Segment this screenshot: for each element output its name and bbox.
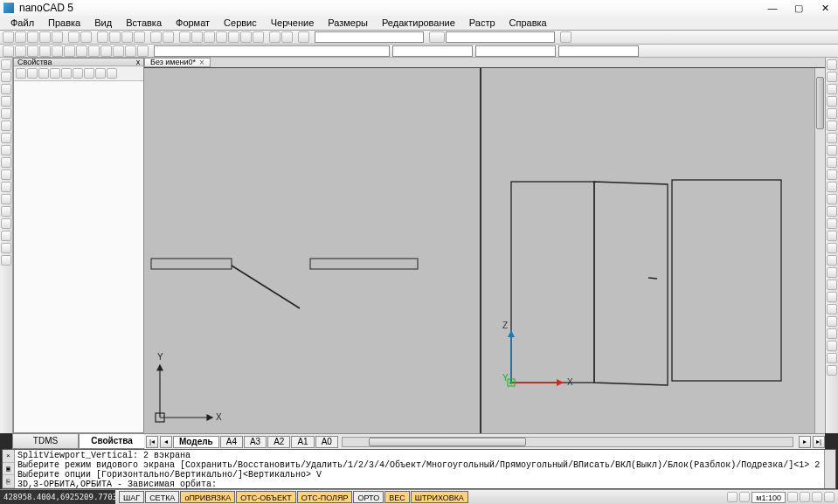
search-input[interactable] [315,31,424,43]
refresh-icon[interactable] [191,31,203,43]
tab-a1[interactable]: A1 [291,436,314,448]
horizontal-scrollbar[interactable] [342,437,793,447]
polygon-icon[interactable] [1,121,11,131]
toggle-ots-polar[interactable]: ОТС-ПОЛЯР [297,491,353,503]
model-icon[interactable] [727,492,738,502]
doc-tab-close-icon[interactable]: × [199,59,204,66]
undo-icon[interactable] [150,31,162,43]
fillet-icon[interactable] [827,231,837,241]
mod-10-icon[interactable] [827,365,837,376]
menu-file[interactable]: Файл [3,17,41,28]
open-icon[interactable] [15,31,26,43]
mod-4-icon[interactable] [827,292,837,302]
erase-icon[interactable] [827,59,837,70]
layer-merge-icon[interactable] [88,45,100,57]
mod-1-icon[interactable] [827,255,837,266]
point-icon[interactable] [1,169,11,180]
layer-dropdown-icon[interactable] [429,31,445,43]
menu-format[interactable]: Формат [169,17,217,28]
layer-off-icon[interactable] [52,45,63,57]
ellipse-icon[interactable] [1,133,11,143]
mirror-icon[interactable] [827,84,837,94]
cmd-close-icon[interactable]: × [3,450,14,463]
layout-last-icon[interactable]: ▸| [813,436,825,448]
mod-6-icon[interactable] [827,316,837,327]
zoom-extents-icon[interactable] [216,31,227,43]
run-icon[interactable] [560,31,571,43]
mod-9-icon[interactable] [827,353,837,363]
menu-help[interactable]: Справка [502,17,554,28]
layout-prev-icon[interactable]: ◂ [160,436,172,448]
prop-btn-9-icon[interactable] [107,68,117,79]
browse-icon[interactable] [27,31,38,43]
table-icon[interactable] [1,243,11,253]
layer-state-icon[interactable] [27,45,38,57]
prop-btn-7-icon[interactable] [84,68,94,79]
layer-combo-3[interactable] [475,45,556,57]
viewport-splitter[interactable] [480,68,481,433]
lock-icon[interactable] [739,492,750,502]
toggle-oprivyazka[interactable]: оПРИВЯЗКА [180,491,235,503]
preview-icon[interactable] [68,31,80,43]
menu-modify[interactable]: Редактирование [375,17,462,28]
region-icon[interactable] [1,231,11,241]
toggle-shag[interactable]: ШАГ [119,491,144,503]
pan-icon[interactable] [253,31,264,43]
stretch-icon[interactable] [827,157,837,168]
tab-a3[interactable]: A3 [244,436,267,448]
arc-icon[interactable] [1,96,11,107]
zoom-e-icon[interactable] [787,492,798,502]
new-icon[interactable] [3,31,14,43]
layer-filter-icon[interactable] [15,45,26,57]
close-button[interactable]: ✕ [812,0,838,16]
layer-iso-icon[interactable] [76,45,87,57]
layer-prop-icon[interactable] [3,45,14,57]
zoom-p-icon[interactable] [800,492,810,502]
prop-btn-1-icon[interactable] [16,68,26,79]
properties-close-icon[interactable]: x [133,59,143,66]
array-icon[interactable] [827,108,837,119]
block-icon[interactable] [1,206,11,217]
hscroll-thumb[interactable] [369,438,526,446]
tab-tdms[interactable]: TDMS [12,433,79,449]
mod-5-icon[interactable] [827,304,837,314]
layer-walk-icon[interactable] [125,45,136,57]
properties-header[interactable]: Свойства x [14,59,143,66]
explode-icon[interactable] [827,243,837,253]
vertical-scrollbar[interactable] [814,68,825,433]
maximize-button[interactable]: ▢ [786,0,812,16]
layout-next-icon[interactable]: ▸ [799,436,811,448]
mline-icon[interactable] [1,218,11,229]
scale-readout[interactable]: м1:100 [751,492,786,503]
layer-lock-icon[interactable] [64,45,75,57]
mod-2-icon[interactable] [827,267,837,278]
polyline-icon[interactable] [1,72,11,82]
mod-7-icon[interactable] [827,328,837,339]
toggle-1-icon[interactable] [281,31,293,43]
command-window[interactable]: × ▣ ⎘ SplitViewport_Vertical: 2 вэкрана … [2,449,836,489]
tab-model[interactable]: Модель [173,436,219,448]
spline-icon[interactable] [1,145,11,155]
minimize-button[interactable]: — [759,0,786,16]
menu-view[interactable]: Вид [87,17,119,28]
paste-special-icon[interactable] [134,31,145,43]
layer-match-icon[interactable] [113,45,124,57]
prop-btn-5-icon[interactable] [61,68,72,79]
layer-input[interactable] [446,31,555,43]
zoom-window-icon[interactable] [204,31,215,43]
fit-icon[interactable] [824,492,835,502]
doc-tab-unnamed[interactable]: Без имени0* × [144,58,211,67]
layer-combo-2[interactable] [392,45,473,57]
viewport-left[interactable]: X Y [144,68,480,433]
prop-btn-2-icon[interactable] [27,68,38,79]
extend-icon[interactable] [827,182,837,192]
text-icon[interactable] [1,255,11,266]
viewport-right[interactable]: X Z Y [480,68,815,433]
layer-freeze-icon[interactable] [39,45,51,57]
mod-3-icon[interactable] [827,280,837,290]
print-icon[interactable] [80,31,92,43]
circle-icon[interactable] [1,84,11,94]
break-icon[interactable] [827,194,837,204]
help-icon[interactable] [298,31,309,43]
menu-draw[interactable]: Черчение [264,17,322,28]
